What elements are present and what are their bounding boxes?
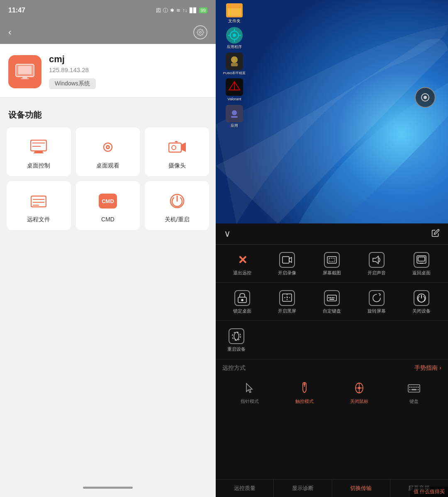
func-camera[interactable]: 摄像头: [145, 127, 209, 176]
remote-mode-buttons: 指针模式 触控模式: [222, 376, 441, 409]
func-remote-file-label: 远程文件: [27, 216, 50, 223]
func-desktop-view[interactable]: 桌面观看: [76, 127, 140, 176]
svg-point-12: [107, 146, 109, 148]
svg-marker-41: [289, 257, 292, 262]
control-header: ∨: [216, 223, 448, 245]
pointer-mode-label: 指针模式: [241, 398, 259, 405]
device-tag: Windows系统: [49, 78, 96, 89]
custom-keyboard-label: 自定键盘: [323, 308, 341, 314]
display-diag-btn[interactable]: 显示诊断: [274, 480, 332, 497]
return-desktop-button[interactable]: 返回桌面: [399, 248, 444, 279]
func-cmd-label: CMD: [101, 216, 114, 223]
remote-file-icon: [29, 191, 49, 211]
svg-point-66: [358, 387, 360, 389]
start-record-label: 开启录像: [278, 270, 296, 276]
close-mouse-button[interactable]: 关闭鼠标: [332, 376, 387, 409]
touch-mode-button[interactable]: 触控模式: [277, 376, 332, 409]
cmd-icon: CMD: [98, 191, 118, 211]
camera-icon: [167, 137, 187, 157]
shutdown-icon: [167, 191, 187, 211]
exit-remote-button[interactable]: ✕ 退出远控: [220, 248, 265, 279]
remote-mode-title: 远控方式: [222, 364, 246, 372]
touch-mode-label: 触控模式: [295, 398, 314, 405]
gesture-guide-link[interactable]: 手势指南 ›: [414, 364, 441, 372]
svg-rect-40: [282, 257, 289, 263]
svg-point-25: [233, 34, 236, 37]
edit-icon[interactable]: [431, 229, 440, 239]
svg-point-61: [232, 332, 241, 340]
custom-keyboard-button[interactable]: 自定键盘: [309, 286, 354, 317]
close-mouse-label: 关闭鼠标: [350, 398, 368, 405]
watermark: 值 什么值得买: [410, 487, 448, 497]
desktop-icons: 文件夹 应用程序: [216, 0, 253, 131]
status-time: 11:47: [8, 7, 25, 14]
start-black-button[interactable]: 开启黑屏: [265, 286, 309, 317]
rotate-screen-icon: [369, 290, 385, 306]
lock-desktop-button[interactable]: 锁定桌面: [220, 286, 265, 317]
close-device-icon: [414, 290, 429, 306]
remote-mode-section: 远控方式 手势指南 › 指针模式: [216, 359, 448, 409]
floating-control-button[interactable]: [415, 87, 436, 108]
desktop-icon-app1[interactable]: 应用程序: [219, 27, 250, 49]
svg-point-39: [424, 96, 426, 99]
switch-mode-btn[interactable]: 切换传输: [332, 480, 390, 497]
start-audio-button[interactable]: 开启声音: [354, 248, 399, 279]
func-cmd[interactable]: CMD CMD: [76, 181, 140, 230]
svg-point-36: [232, 110, 237, 115]
lock-desktop-icon: [234, 290, 250, 306]
svg-rect-3: [22, 77, 27, 78]
home-indicator: [83, 487, 133, 489]
status-icons: 図 ⓘ ✱ ≋ ↑↓ ▊▊ 99: [156, 7, 207, 14]
svg-point-62: [304, 383, 305, 385]
func-shutdown[interactable]: 关机/重启: [145, 181, 209, 230]
svg-marker-14: [181, 143, 185, 151]
settings-button[interactable]: [193, 25, 207, 39]
rotate-screen-button[interactable]: 旋转屏幕: [354, 286, 399, 317]
reboot-device-button[interactable]: 重启设备: [220, 324, 253, 355]
svg-point-15: [172, 145, 176, 150]
functions-grid: 桌面控制 桌面观看 摄像头: [0, 127, 216, 230]
top-bar: ‹: [0, 21, 216, 44]
device-name: cmj: [49, 54, 96, 65]
func-desktop-view-label: 桌面观看: [96, 162, 119, 170]
desktop-icon-valorant[interactable]: Valorant: [219, 78, 250, 102]
desktop-control-icon: [29, 137, 49, 157]
screenshot-icon: [324, 252, 340, 268]
remote-quality-btn[interactable]: 远控质量: [216, 480, 274, 497]
close-mouse-icon: [352, 381, 367, 396]
svg-rect-13: [169, 143, 181, 152]
keyboard-mode-button[interactable]: 键盘: [387, 376, 441, 409]
svg-rect-2: [18, 66, 32, 74]
close-device-button[interactable]: 关闭设备: [399, 286, 444, 317]
func-desktop-control[interactable]: 桌面控制: [7, 127, 71, 176]
reboot-device-label: 重启设备: [227, 347, 246, 352]
screenshot-button[interactable]: 屏幕截图: [309, 248, 354, 279]
desktop-icon-app5[interactable]: 应用: [219, 105, 250, 128]
desktop-view-icon: [98, 137, 118, 157]
start-record-button[interactable]: 开启录像: [265, 248, 309, 279]
control-row-2: 锁定桌面 开启黑屏: [216, 283, 448, 321]
svg-rect-5: [31, 140, 46, 151]
control-panel: ∨ ✕ 退出远控 开启录像: [216, 223, 448, 497]
svg-rect-46: [418, 257, 425, 261]
func-shutdown-label: 关机/重启: [165, 216, 190, 223]
keyboard-mode-label: 键盘: [409, 398, 419, 405]
control-row-1: ✕ 退出远控 开启录像 屏幕截图: [216, 245, 448, 283]
svg-rect-8: [34, 151, 43, 153]
start-black-icon: [279, 290, 295, 306]
return-desktop-icon: [414, 252, 429, 268]
desktop-icon-folder[interactable]: 文件夹: [219, 3, 250, 24]
keyboard-mode-icon: [407, 381, 421, 396]
desktop-icon-pubg[interactable]: PUBG和平精英: [219, 53, 250, 75]
reboot-row: 重启设备: [216, 321, 448, 359]
back-button[interactable]: ‹: [8, 27, 11, 38]
func-desktop-control-label: 桌面控制: [27, 162, 50, 170]
device-icon: [8, 55, 41, 88]
chevron-down-icon[interactable]: ∨: [224, 228, 231, 239]
lock-desktop-label: 锁定桌面: [233, 308, 251, 314]
desktop-preview[interactable]: 文件夹 应用程序: [216, 0, 448, 224]
pointer-mode-icon: [242, 381, 257, 396]
pointer-mode-button[interactable]: 指针模式: [222, 376, 277, 409]
exit-remote-icon: ✕: [234, 252, 250, 268]
func-remote-file[interactable]: 远程文件: [7, 181, 71, 230]
